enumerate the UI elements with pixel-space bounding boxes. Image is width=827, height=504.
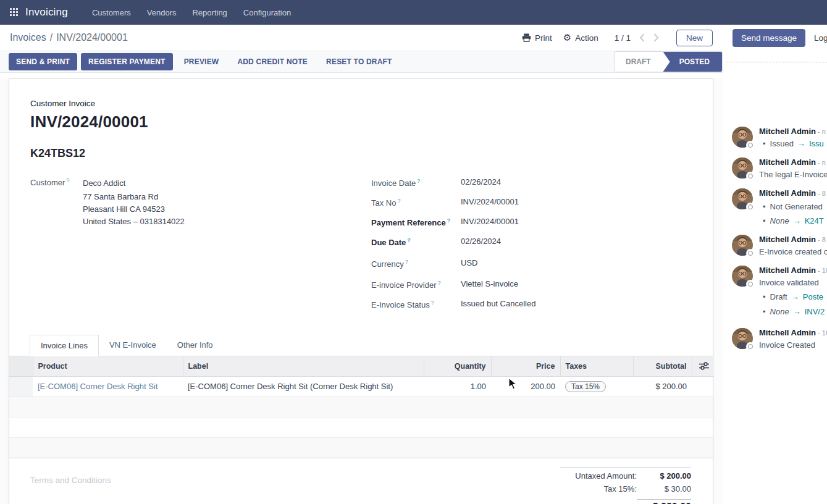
message-author[interactable]: Mitchell Admin	[759, 127, 816, 136]
invoice-reference[interactable]: K24TBS12	[30, 147, 713, 160]
action-label: Action	[575, 33, 598, 43]
pager-next-button[interactable]	[653, 33, 659, 42]
message-author[interactable]: Mitchell Admin	[759, 328, 816, 337]
state-draft[interactable]: DRAFT	[615, 52, 663, 72]
terms-placeholder[interactable]: Terms and Conditions	[9, 458, 111, 504]
due-date-field[interactable]: 02/26/2024	[461, 237, 501, 246]
message-item: Mitchell Admin- 8 E-Invoice created o	[732, 235, 827, 257]
app-name[interactable]: Invoicing	[25, 6, 68, 19]
message-author[interactable]: Mitchell Admin	[759, 158, 816, 167]
apps-grid-icon[interactable]	[10, 8, 19, 17]
track-old: None	[770, 307, 789, 316]
send-message-button[interactable]: Send message	[733, 29, 805, 47]
due-date-label: Due Date?	[371, 237, 461, 247]
bullet-icon: •	[763, 139, 766, 148]
message-time: - 16	[818, 329, 827, 337]
einvoice-status-field[interactable]: Issued but Cancelled	[461, 299, 535, 308]
payment-reference-label: Payment Reference?	[371, 217, 461, 227]
user-status-icon	[746, 280, 755, 288]
payment-reference-field[interactable]: INV/2024/00001	[461, 217, 519, 226]
help-icon: ?	[438, 280, 441, 286]
message-text: Invoice Created	[759, 340, 827, 350]
message-time: - n	[818, 128, 826, 135]
track-old: Draft	[770, 292, 787, 301]
print-label: Print	[535, 33, 552, 43]
user-status-icon	[746, 342, 755, 350]
tab-vn-einvoice[interactable]: VN E-Invoice	[99, 335, 167, 356]
invoice-date-field[interactable]: 02/26/2024	[461, 177, 501, 187]
message-time: - 8	[818, 190, 826, 197]
line-product-link[interactable]: [E-COM06] Corner Desk Right Sit	[38, 382, 157, 391]
reset-to-draft-button[interactable]: RESET TO DRAFT	[319, 53, 400, 70]
message-item: Mitchell Admin- 8 •Not Generated •None→K…	[732, 188, 827, 226]
chatter-divider	[726, 62, 827, 62]
tab-invoice-lines[interactable]: Invoice Lines	[30, 335, 99, 356]
action-button[interactable]: ⚙ Action	[563, 32, 598, 43]
avatar	[732, 266, 753, 287]
nav-menu-reporting[interactable]: Reporting	[192, 8, 227, 17]
message-time: - 10	[818, 267, 827, 274]
empty-row	[9, 397, 713, 418]
avatar	[732, 235, 753, 256]
line-price-cell[interactable]: 200.00	[491, 376, 560, 397]
row-handle[interactable]	[9, 376, 33, 397]
state-posted[interactable]: POSTED	[663, 52, 722, 72]
row-handle-column	[9, 356, 33, 376]
invoice-lines-table: Product Label Quantity Price Taxes Subto…	[9, 356, 714, 397]
help-icon: ?	[397, 198, 400, 204]
help-icon: ?	[405, 259, 408, 265]
column-header-quantity: Quantity	[424, 356, 491, 376]
line-tax-badge[interactable]: Tax 15%	[565, 381, 606, 392]
control-panel: Invoices / INV/2024/00001 Print ⚙ Action	[0, 25, 723, 51]
untaxed-amount-label: Untaxed Amount:	[575, 471, 637, 481]
nav-menu-configuration[interactable]: Configuration	[243, 8, 291, 17]
customer-name-link[interactable]: Deco Addict	[83, 177, 185, 190]
column-header-label: Label	[183, 356, 424, 376]
optional-columns-icon[interactable]	[697, 362, 710, 370]
einvoice-provider-label: E-invoice Provider?	[371, 279, 461, 290]
nav-menu-vendors[interactable]: Vendors	[147, 8, 177, 17]
message-author[interactable]: Mitchell Admin	[759, 188, 816, 198]
invoice-number: INV/2024/00001	[30, 112, 713, 132]
currency-field[interactable]: USD	[461, 258, 477, 267]
user-status-icon	[746, 172, 755, 180]
message-text: The legal E-Invoice	[759, 169, 827, 180]
einvoice-provider-field[interactable]: Viettel S-invoice	[461, 279, 518, 288]
track-old: Issued	[770, 139, 794, 148]
preview-button[interactable]: PREVIEW	[177, 53, 227, 70]
register-payment-button[interactable]: REGISTER PAYMENT	[81, 53, 173, 70]
avatar	[732, 188, 753, 209]
help-icon: ?	[407, 237, 411, 243]
arrow-right-icon: →	[791, 292, 799, 301]
arrow-right-icon: →	[793, 216, 801, 225]
column-header-price: Price	[491, 356, 560, 376]
einvoice-status-label: E-Invoice Status?	[371, 299, 461, 309]
send-and-print-button[interactable]: SEND & PRINT	[9, 53, 77, 70]
bullet-icon: •	[763, 292, 766, 301]
user-status-icon	[746, 249, 755, 257]
message-item: Mitchell Admin- 16 Invoice Created	[732, 328, 827, 350]
nav-menu-customers[interactable]: Customers	[92, 8, 131, 17]
line-label-cell[interactable]: [E-COM06] Corner Desk Right Sit (Corner …	[183, 376, 424, 397]
breadcrumb-invoices[interactable]: Invoices	[10, 32, 46, 43]
print-button[interactable]: Print	[522, 33, 552, 43]
pager-previous-button[interactable]	[639, 33, 645, 42]
empty-row	[9, 418, 713, 438]
message-author[interactable]: Mitchell Admin	[759, 235, 816, 244]
avatar	[732, 127, 753, 148]
tab-other-info[interactable]: Other Info	[167, 335, 224, 356]
add-credit-note-button[interactable]: ADD CREDIT NOTE	[230, 53, 315, 70]
avatar	[732, 328, 753, 349]
track-old: None	[770, 216, 789, 225]
track-new: Issu	[809, 139, 824, 148]
message-author[interactable]: Mitchell Admin	[759, 266, 816, 275]
user-status-icon	[746, 141, 755, 149]
chevron-left-icon	[639, 33, 645, 42]
log-note-button[interactable]: Log note	[814, 33, 827, 43]
invoice-type-label: Customer Invoice	[30, 99, 713, 108]
tax-no-field[interactable]: INV/2024/00001	[461, 197, 519, 206]
new-button[interactable]: New	[676, 30, 713, 46]
line-quantity-cell[interactable]: 1.00	[424, 376, 491, 397]
bullet-icon: •	[763, 216, 766, 225]
invoice-line-row[interactable]: [E-COM06] Corner Desk Right Sit [E-COM06…	[9, 376, 714, 397]
